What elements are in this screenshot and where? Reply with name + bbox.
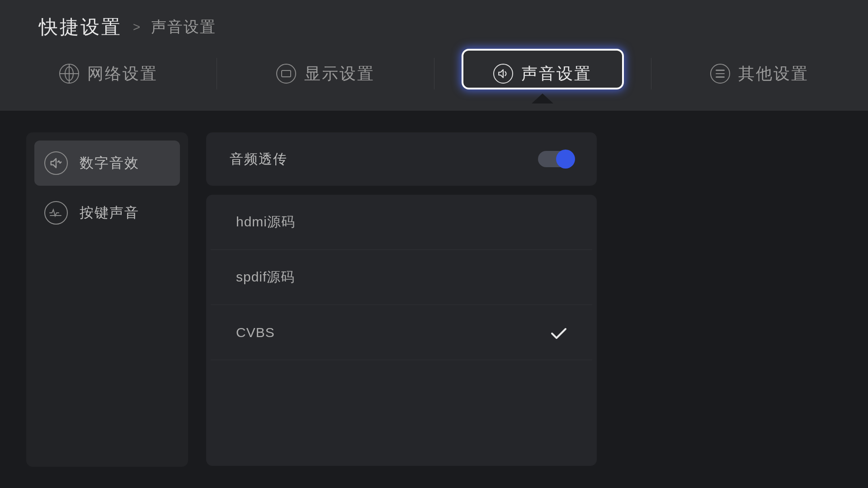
tab-display[interactable]: 显示设置 — [217, 44, 434, 103]
option-hdmi[interactable]: hdmi源码 — [211, 195, 592, 250]
tab-audio[interactable]: 声音设置 — [434, 44, 651, 103]
option-spdif[interactable]: spdif源码 — [211, 250, 592, 305]
breadcrumb-main: 快捷设置 — [39, 14, 122, 40]
tab-label: 声音设置 — [521, 63, 592, 85]
option-label: spdif源码 — [236, 268, 295, 286]
tab-label: 网络设置 — [87, 63, 158, 85]
active-pointer-icon — [532, 94, 553, 103]
chevron-right-icon: > — [133, 20, 140, 34]
wave-icon — [44, 151, 68, 175]
option-cvbs[interactable]: CVBS — [211, 305, 592, 360]
speaker-icon — [493, 64, 513, 84]
svg-marker-1 — [51, 159, 56, 168]
toggle-switch[interactable] — [538, 151, 573, 167]
output-options-list: hdmi源码 spdif源码 CVBS — [206, 195, 597, 466]
content-area: 数字音效 按键声音 音频透传 hdmi源码 spdif源码 — [0, 111, 868, 467]
display-icon — [276, 64, 296, 84]
option-label: CVBS — [236, 325, 275, 340]
tab-other[interactable]: 其他设置 — [651, 44, 868, 103]
sidebar-item-digital-sfx[interactable]: 数字音效 — [34, 141, 180, 186]
breadcrumb: 快捷设置 > 声音设置 — [0, 0, 868, 40]
main-panel: 音频透传 hdmi源码 spdif源码 CVBS — [206, 132, 597, 467]
sidebar-item-key-sound[interactable]: 按键声音 — [34, 190, 180, 235]
svg-marker-0 — [499, 70, 503, 77]
menu-icon — [710, 64, 730, 84]
tab-label: 其他设置 — [738, 63, 809, 85]
sidebar-item-label: 按键声音 — [80, 203, 139, 222]
breadcrumb-sub: 声音设置 — [151, 17, 216, 38]
check-icon — [551, 327, 567, 338]
toggle-label: 音频透传 — [230, 150, 288, 169]
sidebar-item-label: 数字音效 — [80, 154, 139, 173]
tab-network[interactable]: 网络设置 — [0, 44, 217, 103]
top-bar: 快捷设置 > 声音设置 网络设置 显示设置 — [0, 0, 868, 111]
option-label: hdmi源码 — [236, 213, 295, 231]
switch-knob-icon — [556, 150, 575, 169]
pulse-icon — [44, 201, 68, 225]
tab-bar: 网络设置 显示设置 声音设置 — [0, 44, 868, 103]
audio-passthrough-row[interactable]: 音频透传 — [206, 132, 597, 186]
globe-icon — [59, 64, 79, 84]
settings-sidebar: 数字音效 按键声音 — [26, 132, 188, 467]
tab-label: 显示设置 — [304, 63, 375, 85]
